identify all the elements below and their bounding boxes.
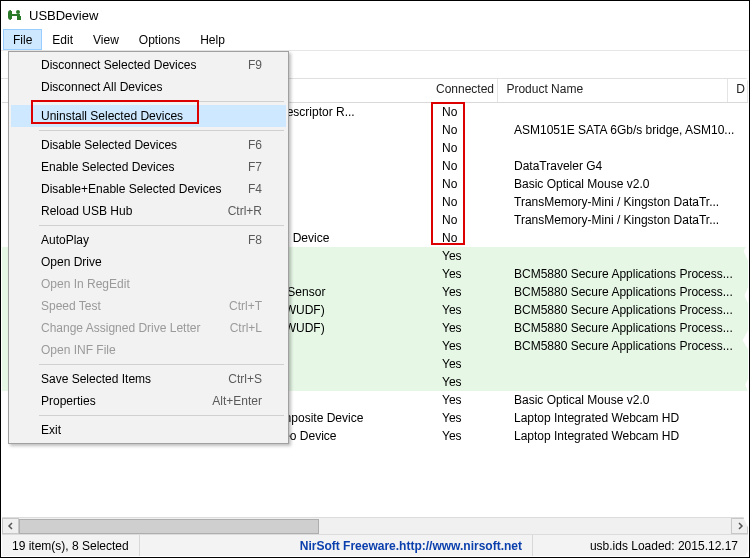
cell-connected: Yes [434, 393, 506, 407]
menu-item-disconnect-all-devices[interactable]: Disconnect All Devices [11, 76, 286, 98]
status-bar: 19 item(s), 8 Selected NirSoft Freeware.… [2, 534, 748, 556]
menu-separator [39, 415, 284, 416]
menu-item-shortcut: Ctrl+L [230, 321, 262, 335]
cell-connected: Yes [434, 249, 506, 263]
cell-connected: Yes [434, 375, 506, 389]
menu-item-label: Exit [41, 423, 61, 437]
cell-connected: Yes [434, 285, 506, 299]
menu-item-change-assigned-drive-letter: Change Assigned Drive LetterCtrl+L [11, 317, 286, 339]
menu-item-properties[interactable]: PropertiesAlt+Enter [11, 390, 286, 412]
menu-item-shortcut: Ctrl+S [228, 372, 262, 386]
menu-item-speed-test: Speed TestCtrl+T [11, 295, 286, 317]
cell-connected: No [434, 105, 506, 119]
menu-separator [39, 101, 284, 102]
menu-item-shortcut: F9 [248, 58, 262, 72]
cell-product-name: DataTraveler G4 [506, 159, 742, 173]
menu-options[interactable]: Options [129, 29, 190, 50]
menu-item-shortcut: F6 [248, 138, 262, 152]
app-icon [7, 7, 23, 23]
column-last-initial[interactable]: D [728, 79, 748, 102]
menu-item-reload-usb-hub[interactable]: Reload USB HubCtrl+R [11, 200, 286, 222]
menu-item-label: Uninstall Selected Devices [41, 109, 183, 123]
cell-connected: Yes [434, 357, 506, 371]
cell-connected: No [434, 231, 506, 245]
cell-connected: No [434, 213, 506, 227]
menu-file[interactable]: File [3, 29, 42, 50]
menu-item-label: Open In RegEdit [41, 277, 130, 291]
cell-connected: No [434, 195, 506, 209]
cell-connected: No [434, 177, 506, 191]
menu-item-label: Properties [41, 394, 96, 408]
menu-item-shortcut: F4 [248, 182, 262, 196]
app-title: USBDeview [29, 8, 98, 23]
cell-product-name: Basic Optical Mouse v2.0 [506, 393, 742, 407]
cell-product-name: BCM5880 Secure Applications Process... [506, 285, 742, 299]
cell-product-name: ASM1051E SATA 6Gb/s bridge, ASM10... [506, 123, 742, 137]
cell-product-name: BCM5880 Secure Applications Process... [506, 303, 742, 317]
cell-connected: Yes [434, 411, 506, 425]
menu-help[interactable]: Help [190, 29, 235, 50]
menu-item-open-inf-file: Open INF File [11, 339, 286, 361]
cell-product-name: TransMemory-Mini / Kingston DataTr... [506, 213, 742, 227]
menu-item-autoplay[interactable]: AutoPlayF8 [11, 229, 286, 251]
menu-item-disconnect-selected-devices[interactable]: Disconnect Selected DevicesF9 [11, 54, 286, 76]
menu-separator [39, 225, 284, 226]
menu-separator [39, 364, 284, 365]
menu-item-label: Disconnect Selected Devices [41, 58, 196, 72]
status-item-count: 19 item(s), 8 Selected [2, 535, 140, 556]
column-product-name[interactable]: Product Name [498, 79, 728, 102]
menu-item-label: AutoPlay [41, 233, 89, 247]
cell-product-name: Laptop Integrated Webcam HD [506, 429, 742, 443]
menu-separator [39, 130, 284, 131]
cell-connected: Yes [434, 339, 506, 353]
menu-item-shortcut: Alt+Enter [212, 394, 262, 408]
horizontal-scrollbar[interactable] [2, 517, 748, 534]
menu-item-open-in-regedit: Open In RegEdit [11, 273, 286, 295]
status-url[interactable]: http://www.nirsoft.net [399, 539, 522, 553]
menu-item-enable-selected-devices[interactable]: Enable Selected DevicesF7 [11, 156, 286, 178]
column-connected[interactable]: Connected [428, 79, 498, 102]
menu-item-label: Enable Selected Devices [41, 160, 174, 174]
menu-item-label: Open INF File [41, 343, 116, 357]
scroll-thumb[interactable] [19, 519, 319, 534]
cell-connected: Yes [434, 267, 506, 281]
cell-connected: Yes [434, 429, 506, 443]
menu-item-disable-selected-devices[interactable]: Disable Selected DevicesF6 [11, 134, 286, 156]
menu-item-exit[interactable]: Exit [11, 419, 286, 441]
cell-product-name: BCM5880 Secure Applications Process... [506, 339, 742, 353]
cell-product-name: Basic Optical Mouse v2.0 [506, 177, 742, 191]
cell-connected: Yes [434, 321, 506, 335]
status-freeware-link[interactable]: NirSoft Freeware. http://www.nirsoft.net [290, 535, 533, 556]
scroll-track[interactable] [19, 518, 731, 534]
file-menu: Disconnect Selected DevicesF9Disconnect … [8, 51, 289, 444]
menu-item-label: Disconnect All Devices [41, 80, 162, 94]
cell-connected: Yes [434, 303, 506, 317]
menu-item-uninstall-selected-devices[interactable]: Uninstall Selected Devices [11, 105, 286, 127]
menu-view[interactable]: View [83, 29, 129, 50]
menu-item-shortcut: Ctrl+T [229, 299, 262, 313]
title-bar: USBDeview [1, 1, 749, 29]
menu-edit[interactable]: Edit [42, 29, 83, 50]
svg-rect-1 [17, 16, 21, 20]
menu-item-label: Save Selected Items [41, 372, 151, 386]
status-freeware-text: NirSoft Freeware. [300, 539, 399, 553]
menu-item-shortcut: F8 [248, 233, 262, 247]
menu-item-label: Disable Selected Devices [41, 138, 177, 152]
menu-item-label: Open Drive [41, 255, 102, 269]
menu-item-save-selected-items[interactable]: Save Selected ItemsCtrl+S [11, 368, 286, 390]
menu-item-label: Reload USB Hub [41, 204, 132, 218]
cell-connected: No [434, 159, 506, 173]
status-usbids: usb.ids Loaded: 2015.12.17 [580, 535, 748, 556]
cell-connected: No [434, 123, 506, 137]
cell-product-name: TransMemory-Mini / Kingston DataTr... [506, 195, 742, 209]
scroll-left-button[interactable] [2, 518, 19, 534]
menu-item-open-drive[interactable]: Open Drive [11, 251, 286, 273]
menu-item-disable-enable-selected-devices[interactable]: Disable+Enable Selected DevicesF4 [11, 178, 286, 200]
cell-product-name: BCM5880 Secure Applications Process... [506, 267, 742, 281]
menu-bar: FileEditViewOptionsHelp [1, 29, 749, 51]
menu-item-label: Disable+Enable Selected Devices [41, 182, 221, 196]
cell-connected: No [434, 141, 506, 155]
svg-point-0 [16, 10, 20, 14]
cell-product-name: BCM5880 Secure Applications Process... [506, 321, 742, 335]
menu-item-shortcut: F7 [248, 160, 262, 174]
